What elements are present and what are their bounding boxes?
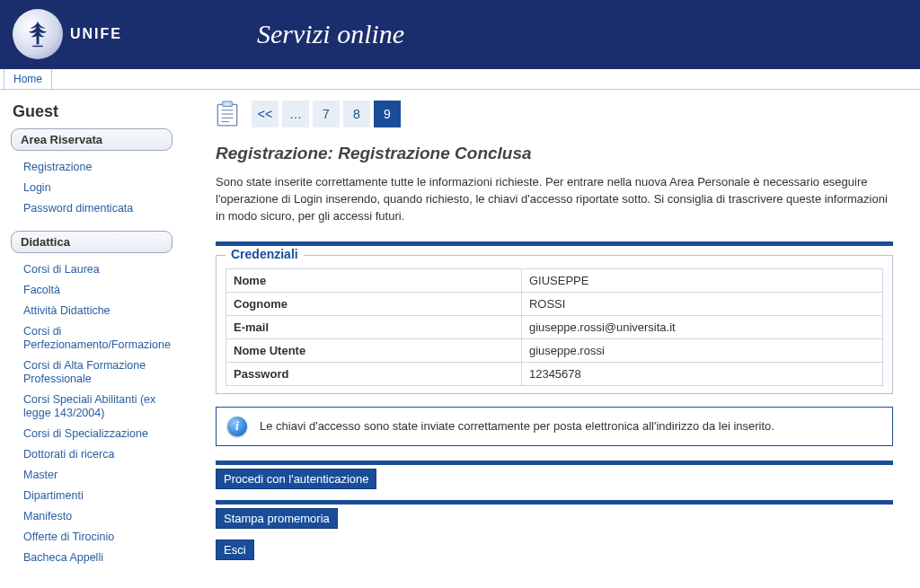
- wizard-step-…[interactable]: …: [282, 101, 309, 127]
- cred-value: ROSSI: [521, 292, 882, 315]
- table-row: Nome Utentegiuseppe.rossi: [226, 338, 883, 362]
- table-row: CognomeROSSI: [226, 292, 883, 315]
- sidebar-item: Master: [11, 464, 172, 485]
- sidebar-list-area-riservata: RegistrazioneLoginPassword dimenticata: [11, 156, 172, 218]
- sidebar-link-didattica-11[interactable]: Offerte di Tirocinio: [23, 531, 114, 543]
- checklist-icon: [216, 101, 239, 127]
- cred-key: Nome Utente: [226, 338, 522, 362]
- wizard-step-8[interactable]: 8: [343, 101, 370, 127]
- sidebar-item: Login: [11, 177, 172, 197]
- service-title: Servizi online: [257, 19, 404, 49]
- section-topbar: [216, 241, 893, 246]
- wizard-step-7[interactable]: 7: [313, 101, 340, 127]
- sidebar-link-didattica-1[interactable]: Facoltà: [23, 284, 60, 296]
- sidebar-link-area-2[interactable]: Password dimenticata: [23, 202, 133, 215]
- button-row-proceed: Procedi con l'autenticazione: [216, 461, 893, 489]
- proceed-button[interactable]: Procedi con l'autenticazione: [216, 469, 376, 489]
- sidebar-item: Corsi di Laurea: [11, 259, 172, 279]
- svg-rect-0: [37, 33, 40, 45]
- sidebar-section-area-riservata: Area Riservata: [11, 128, 172, 151]
- info-icon: i: [227, 417, 247, 436]
- print-button[interactable]: Stampa promemoria: [216, 508, 338, 529]
- table-row: NomeGIUSEPPE: [226, 268, 883, 292]
- button-row-exit: Esci: [216, 540, 893, 560]
- credentials-legend: Credenziali: [226, 247, 304, 261]
- sidebar-link-didattica-10[interactable]: Manifesto: [23, 510, 72, 522]
- cred-key: Nome: [226, 268, 522, 292]
- sidebar-link-didattica-5[interactable]: Corsi Speciali Abilitanti (ex legge 143/…: [23, 393, 155, 419]
- sidebar-link-didattica-4[interactable]: Corsi di Alta Formazione Professionale: [23, 359, 146, 385]
- breadcrumb: Home: [0, 68, 920, 90]
- svg-rect-1: [217, 104, 236, 126]
- sidebar-item: Offerte di Tirocinio: [11, 526, 172, 547]
- sidebar-link-didattica-2[interactable]: Attività Didattiche: [23, 304, 111, 317]
- brand: UNIFE: [0, 9, 122, 59]
- cred-key: Cognome: [226, 292, 522, 315]
- wizard-steps: <<…789: [216, 101, 893, 127]
- sidebar-item: Corsi di Alta Formazione Professionale: [11, 355, 172, 389]
- sidebar-item: Manifesto: [11, 505, 172, 526]
- sidebar-list-didattica: Corsi di LaureaFacoltàAttività Didattich…: [11, 259, 172, 567]
- sidebar-item: Dipartimenti: [11, 485, 172, 505]
- sidebar-link-didattica-9[interactable]: Dipartimenti: [23, 489, 84, 502]
- cred-key: E-mail: [226, 315, 522, 338]
- sidebar-link-didattica-12[interactable]: Bacheca Appelli: [23, 551, 103, 564]
- sidebar-link-didattica-6[interactable]: Corsi di Specializzazione: [23, 427, 148, 440]
- wizard-step-<<[interactable]: <<: [252, 101, 279, 127]
- page-title: Registrazione: Registrazione Conclusa: [216, 144, 893, 163]
- breadcrumb-home[interactable]: Home: [4, 69, 52, 89]
- brand-logo-icon: [13, 9, 63, 59]
- sidebar-item: Registrazione: [11, 156, 172, 177]
- sidebar-item: Facoltà: [11, 279, 172, 300]
- button-row-print: Stampa promemoria: [216, 500, 893, 529]
- sidebar-item: Dottorati di ricerca: [11, 443, 172, 464]
- sidebar-item: Bacheca Appelli: [11, 547, 172, 567]
- sidebar-item: Corsi di Specializzazione: [11, 423, 172, 443]
- table-row: E-mailgiuseppe.rossi@universita.it: [226, 315, 883, 338]
- app-header: UNIFE Servizi online: [0, 0, 920, 68]
- cred-key: Password: [226, 362, 522, 385]
- cred-value: giuseppe.rossi@universita.it: [521, 315, 882, 338]
- cred-value: GIUSEPPE: [521, 268, 882, 292]
- sidebar-link-didattica-0[interactable]: Corsi di Laurea: [23, 263, 100, 276]
- sidebar-item: Password dimenticata: [11, 197, 172, 218]
- table-row: Password12345678: [226, 362, 883, 385]
- sidebar: Guest Area Riservata RegistrazioneLoginP…: [0, 90, 180, 588]
- cred-value: giuseppe.rossi: [521, 338, 882, 362]
- sidebar-link-area-1[interactable]: Login: [23, 181, 51, 194]
- svg-rect-2: [223, 101, 233, 106]
- cred-value: 12345678: [521, 362, 882, 385]
- sidebar-item: Attività Didattiche: [11, 300, 172, 320]
- sidebar-item: Corsi di Perfezionamento/Formazione: [11, 320, 172, 355]
- sidebar-user: Guest: [13, 102, 172, 121]
- credentials-table: NomeGIUSEPPECognomeROSSIE-mailgiuseppe.r…: [226, 268, 883, 386]
- info-box: i Le chiavi d'accesso sono state inviate…: [216, 407, 893, 446]
- page-intro: Sono state inserite correttamente tutte …: [216, 174, 893, 225]
- sidebar-item: Corsi Speciali Abilitanti (ex legge 143/…: [11, 389, 172, 423]
- sidebar-section-didattica: Didattica: [11, 231, 172, 253]
- sidebar-link-didattica-3[interactable]: Corsi di Perfezionamento/Formazione: [23, 325, 171, 351]
- main-content: <<…789 Registrazione: Registrazione Conc…: [180, 90, 920, 588]
- wizard-step-9[interactable]: 9: [374, 101, 401, 127]
- brand-name: UNIFE: [70, 26, 122, 42]
- sidebar-link-didattica-7[interactable]: Dottorati di ricerca: [23, 448, 114, 461]
- info-message: Le chiavi d'accesso sono state inviate c…: [260, 419, 774, 433]
- exit-button[interactable]: Esci: [216, 540, 254, 560]
- sidebar-link-didattica-8[interactable]: Master: [23, 469, 58, 481]
- sidebar-link-area-0[interactable]: Registrazione: [23, 161, 92, 173]
- credentials-fieldset: Credenziali NomeGIUSEPPECognomeROSSIE-ma…: [216, 255, 893, 394]
